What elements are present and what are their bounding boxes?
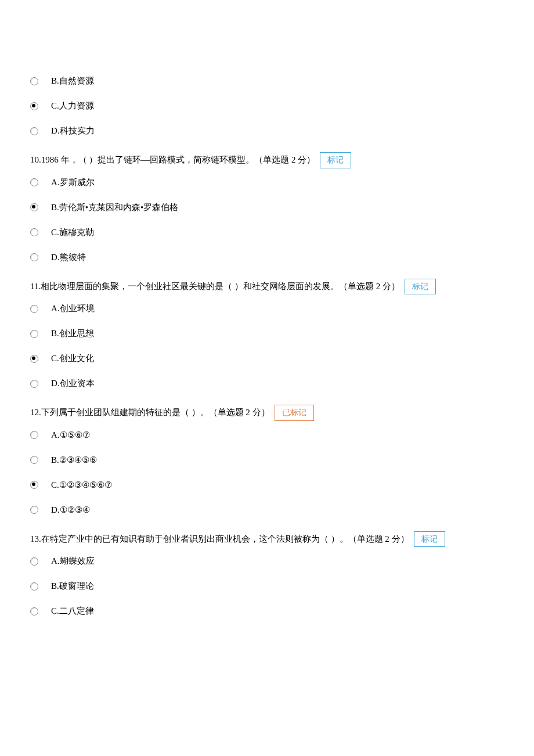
- option-row: D.①②③④: [30, 504, 504, 516]
- radio-button[interactable]: [30, 380, 38, 388]
- question-text: 12.下列属于创业团队组建期的特征的是（ ）。（单选题 2 分）: [30, 406, 270, 419]
- option-row: B.破窗理论: [30, 580, 504, 592]
- radio-button[interactable]: [30, 228, 38, 236]
- option-label: C.创业文化: [51, 352, 94, 365]
- option-label: B.破窗理论: [51, 580, 94, 592]
- radio-button[interactable]: [30, 506, 38, 514]
- mark-button-marked[interactable]: 已标记: [275, 405, 314, 421]
- option-label: C.二八定律: [51, 605, 94, 617]
- option-row: B.创业思想: [30, 327, 504, 340]
- option-row: D.熊彼特: [30, 251, 504, 264]
- option-label: D.①②③④: [51, 504, 90, 516]
- option-label: D.创业资本: [51, 377, 95, 390]
- option-row: C.创业文化: [30, 352, 504, 365]
- option-row: C.①②③④⑤⑥⑦: [30, 479, 504, 491]
- radio-button[interactable]: [30, 456, 38, 464]
- option-row: C.二八定律: [30, 605, 504, 617]
- radio-button[interactable]: [30, 77, 38, 85]
- option-label: A.蝴蝶效应: [51, 555, 95, 567]
- radio-button[interactable]: [30, 481, 38, 489]
- option-row: A.①⑤⑥⑦: [30, 429, 504, 441]
- option-label: C.①②③④⑤⑥⑦: [51, 479, 112, 491]
- radio-button[interactable]: [30, 330, 38, 338]
- option-label: B.②③④⑤⑥: [51, 454, 97, 466]
- radio-button[interactable]: [30, 178, 38, 186]
- option-label: D.熊彼特: [51, 251, 86, 264]
- option-label: B.创业思想: [51, 327, 94, 340]
- question-text: 10.1986 年，（ ）提出了链环—回路模式，简称链环模型。（单选题 2 分）: [30, 154, 315, 166]
- question-row: 11.相比物理层面的集聚，一个创业社区最关键的是（ ）和社交网络层面的发展。（单…: [30, 279, 504, 295]
- option-label: D.科技实力: [51, 125, 95, 137]
- option-label: C.人力资源: [51, 100, 94, 112]
- radio-button[interactable]: [30, 203, 38, 211]
- option-label: B.劳伦斯•克莱因和内森•罗森伯格: [51, 201, 178, 214]
- mark-button[interactable]: 标记: [414, 531, 445, 548]
- question-row: 10.1986 年，（ ）提出了链环—回路模式，简称链环模型。（单选题 2 分）…: [30, 152, 504, 168]
- radio-button[interactable]: [30, 305, 38, 313]
- option-row: B.②③④⑤⑥: [30, 454, 504, 466]
- radio-button[interactable]: [30, 557, 38, 566]
- option-label: C.施穆克勒: [51, 226, 94, 239]
- radio-button[interactable]: [30, 582, 38, 591]
- question-row: 13.在特定产业中的已有知识有助于创业者识别出商业机会，这个法则被称为（ ）。（…: [30, 531, 504, 548]
- question-text: 13.在特定产业中的已有知识有助于创业者识别出商业机会，这个法则被称为（ ）。（…: [30, 533, 409, 545]
- option-label: A.①⑤⑥⑦: [51, 429, 90, 441]
- mark-button[interactable]: 标记: [320, 152, 351, 168]
- option-row: C.人力资源: [30, 100, 504, 112]
- option-label: A.创业环境: [51, 303, 95, 315]
- question-text: 11.相比物理层面的集聚，一个创业社区最关键的是（ ）和社交网络层面的发展。（单…: [30, 280, 400, 293]
- option-row: B.劳伦斯•克莱因和内森•罗森伯格: [30, 201, 504, 214]
- radio-button[interactable]: [30, 355, 38, 363]
- option-row: B.自然资源: [30, 75, 504, 87]
- option-row: A.创业环境: [30, 303, 504, 315]
- radio-button[interactable]: [30, 102, 38, 110]
- radio-button[interactable]: [30, 253, 38, 261]
- option-label: A.罗斯威尔: [51, 177, 95, 189]
- option-row: A.蝴蝶效应: [30, 555, 504, 567]
- radio-button[interactable]: [30, 431, 38, 439]
- option-row: C.施穆克勒: [30, 226, 504, 239]
- question-row: 12.下列属于创业团队组建期的特征的是（ ）。（单选题 2 分） 已标记: [30, 405, 504, 421]
- radio-button[interactable]: [30, 127, 38, 135]
- option-row: D.科技实力: [30, 125, 504, 137]
- mark-button[interactable]: 标记: [405, 279, 436, 295]
- radio-button[interactable]: [30, 607, 38, 615]
- option-row: D.创业资本: [30, 377, 504, 390]
- option-label: B.自然资源: [51, 75, 94, 87]
- option-row: A.罗斯威尔: [30, 177, 504, 189]
